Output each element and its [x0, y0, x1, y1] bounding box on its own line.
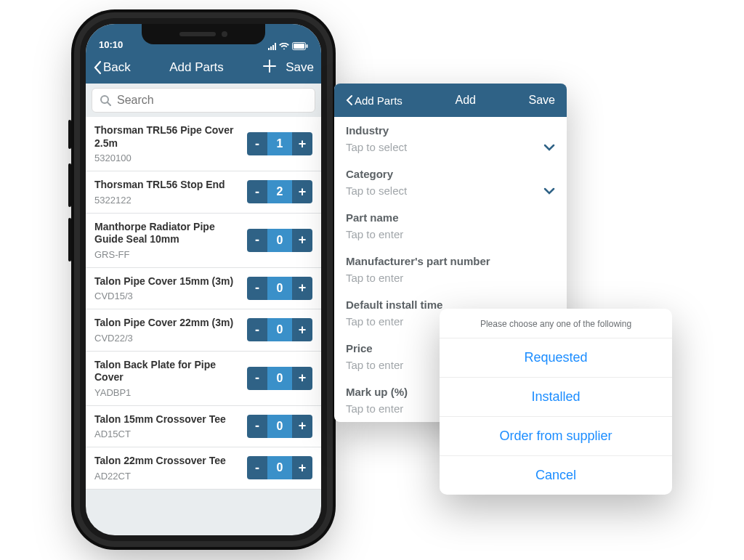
action-sheet: Please choose any one of the following R…: [440, 309, 672, 495]
increment-button[interactable]: +: [292, 132, 312, 155]
field-placeholder: Tap to enter: [346, 228, 555, 240]
quantity-value: 0: [267, 415, 292, 438]
sheet-option[interactable]: Order from supplier: [440, 417, 672, 456]
part-row[interactable]: Talon Back Plate for Pipe Cover YADBP1 -…: [86, 352, 321, 406]
increment-button[interactable]: +: [292, 180, 312, 203]
sheet-header: Please choose any one of the following: [440, 309, 672, 338]
part-row[interactable]: Talon 22mm Crossover Tee AD22CT - 0 +: [86, 447, 321, 490]
search-input[interactable]: [117, 94, 307, 107]
part-sku: AD22CT: [94, 471, 241, 482]
parts-list: Thorsman TRL56 Pipe Cover 2.5m 5320100 -…: [86, 117, 321, 490]
part-sku: CVD22/3: [94, 333, 241, 344]
part-row[interactable]: Talon 15mm Crossover Tee AD15CT - 0 +: [86, 406, 321, 448]
signal-icon: [268, 43, 276, 50]
add-button[interactable]: [262, 59, 277, 76]
increment-button[interactable]: +: [292, 318, 312, 341]
battery-icon: [292, 42, 308, 50]
quantity-stepper: - 0 +: [247, 277, 312, 300]
status-time: 10:10: [99, 39, 123, 50]
part-row[interactable]: Talon Pipe Cover 15mm (3m) CVD15/3 - 0 +: [86, 268, 321, 310]
decrement-button[interactable]: -: [247, 277, 267, 300]
form-field[interactable]: Manufacturer's part number Tap to enter: [334, 248, 567, 291]
part-sku: 5322122: [94, 195, 241, 206]
svg-rect-2: [307, 44, 308, 48]
quantity-stepper: - 0 +: [247, 415, 312, 438]
increment-button[interactable]: +: [292, 229, 312, 252]
part-sku: AD15CT: [94, 429, 241, 439]
search-bar: [86, 84, 321, 117]
part-name: Talon Back Plate for Pipe Cover: [94, 359, 241, 384]
quantity-stepper: - 0 +: [247, 318, 312, 341]
quantity-value: 2: [267, 180, 292, 203]
save-button[interactable]: Save: [529, 94, 555, 107]
part-row[interactable]: Thorsman TRL56 Stop End 5322122 - 2 +: [86, 171, 321, 214]
quantity-value: 0: [267, 277, 292, 300]
field-placeholder: Tap to enter: [346, 272, 555, 284]
form-field[interactable]: Category Tap to select: [334, 161, 567, 204]
decrement-button[interactable]: -: [247, 415, 267, 438]
chevron-left-icon: [93, 60, 102, 75]
quantity-value: 0: [267, 456, 292, 479]
increment-button[interactable]: +: [292, 277, 312, 300]
decrement-button[interactable]: -: [247, 367, 267, 390]
chevron-left-icon: [346, 94, 353, 106]
part-sku: 5320100: [94, 153, 241, 163]
increment-button[interactable]: +: [292, 367, 312, 390]
field-placeholder: Tap to select: [346, 184, 555, 197]
decrement-button[interactable]: -: [247, 132, 267, 155]
increment-button[interactable]: +: [292, 415, 312, 438]
part-row[interactable]: Talon Pipe Cover 22mm (3m) CVD22/3 - 0 +: [86, 309, 321, 352]
save-button[interactable]: Save: [286, 60, 314, 75]
part-name: Talon Pipe Cover 15mm (3m): [94, 275, 241, 288]
back-button[interactable]: Add Parts: [346, 94, 403, 107]
quantity-stepper: - 0 +: [247, 456, 312, 479]
quantity-stepper: - 2 +: [247, 180, 312, 203]
field-label: Category: [346, 168, 555, 180]
form-field[interactable]: Industry Tap to select: [334, 117, 567, 161]
page-title: Add: [455, 94, 475, 107]
decrement-button[interactable]: -: [247, 180, 267, 203]
quantity-value: 0: [267, 367, 292, 390]
quantity-stepper: - 0 +: [247, 367, 312, 390]
part-sku: GRS-FF: [94, 249, 241, 260]
phone-frame: 10:10 Back Add Parts Save: [80, 18, 327, 541]
sheet-option[interactable]: Cancel: [440, 456, 672, 495]
part-name: Talon Pipe Cover 22mm (3m): [94, 317, 241, 330]
svg-rect-1: [294, 44, 304, 49]
navbar: Back Add Parts Save: [86, 52, 321, 84]
part-name: Thorsman TRL56 Stop End: [94, 179, 241, 192]
part-name: Thorsman TRL56 Pipe Cover 2.5m: [94, 124, 241, 150]
quantity-value: 0: [267, 318, 292, 341]
quantity-stepper: - 1 +: [247, 132, 312, 155]
back-button[interactable]: Back: [93, 60, 131, 75]
sheet-option[interactable]: Requested: [440, 338, 672, 378]
quantity-stepper: - 0 +: [247, 229, 312, 252]
field-label: Part name: [346, 211, 555, 224]
plus-icon: [262, 59, 277, 73]
increment-button[interactable]: +: [292, 456, 312, 479]
phone-side-button: [68, 163, 71, 207]
part-sku: CVD15/3: [94, 291, 241, 301]
field-label: Manufacturer's part number: [346, 255, 555, 267]
decrement-button[interactable]: -: [247, 318, 267, 341]
navbar: Add Parts Add Save: [334, 84, 567, 117]
back-label: Add Parts: [355, 94, 403, 107]
part-row[interactable]: Manthorpe Radiator Pipe Guide Seal 10mm …: [86, 214, 321, 268]
wifi-icon: [279, 43, 289, 50]
chevron-down-icon: [543, 184, 555, 197]
phone-screen: 10:10 Back Add Parts Save: [86, 24, 321, 535]
back-label: Back: [103, 60, 131, 75]
part-name: Talon 15mm Crossover Tee: [94, 413, 241, 426]
part-name: Talon 22mm Crossover Tee: [94, 455, 241, 468]
field-label: Industry: [346, 124, 555, 137]
phone-side-button: [68, 120, 71, 149]
part-row[interactable]: Thorsman TRL56 Pipe Cover 2.5m 5320100 -…: [86, 117, 321, 171]
field-placeholder: Tap to select: [346, 141, 555, 153]
decrement-button[interactable]: -: [247, 456, 267, 479]
phone-side-button: [68, 218, 71, 261]
quantity-value: 1: [267, 132, 292, 155]
decrement-button[interactable]: -: [247, 229, 267, 252]
form-field[interactable]: Part name Tap to enter: [334, 204, 567, 248]
quantity-value: 0: [267, 229, 292, 252]
sheet-option[interactable]: Installed: [440, 378, 672, 417]
